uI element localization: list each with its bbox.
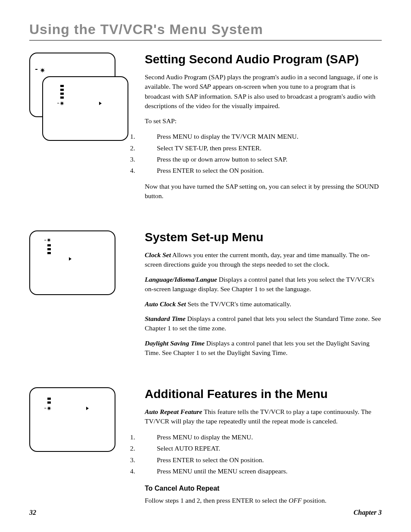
step-1: 1.Press MENU to display the TV/VCR MAIN … — [145, 131, 382, 142]
text: Press ENTER to select the — [157, 167, 229, 174]
term: Clock Set — [145, 251, 171, 258]
text-italic: OFF — [289, 497, 302, 504]
text-italic: MENU — [218, 467, 237, 475]
text: Press MENU to display the — [157, 433, 232, 441]
sap-diagram: ✷ ✷ — [29, 53, 133, 147]
sap-outro: Now that you have turned the SAP setting… — [145, 182, 382, 201]
term: Auto Clock Set — [145, 300, 186, 308]
chapter-label: Chapter 3 — [354, 509, 382, 516]
sys-clock: Clock Set Allows you enter the current m… — [145, 250, 382, 270]
term: Daylight Saving Time — [145, 339, 205, 347]
page-footer: 32 Chapter 3 — [29, 509, 382, 516]
text-italic: SAP — [199, 83, 211, 90]
add-diagram: ✷ — [29, 387, 115, 452]
text-italic: ON — [229, 456, 239, 464]
step-4: 4.Press MENU until the MENU screen disap… — [145, 466, 382, 477]
sys-block: ✷ System Set-up Menu Clock Set Allows yo… — [29, 230, 382, 363]
sap-toset: To set SAP: — [145, 116, 382, 126]
text: Follow steps 1 and 2, then press ENTER t… — [145, 497, 289, 504]
text: Select — [157, 144, 174, 152]
text: Press ENTER to select the — [157, 456, 229, 464]
text-italic: AUTO REPEAT — [174, 445, 218, 452]
text-italic: MENU — [232, 433, 252, 441]
text: position. — [239, 456, 264, 464]
text: . — [251, 433, 253, 441]
page-number: 32 — [29, 509, 36, 516]
text: screen disappears. — [237, 467, 288, 475]
term: Auto Repeat Feature — [145, 408, 202, 415]
text: Press MENU until the — [157, 467, 218, 475]
add-heading: Additional Features in the Menu — [145, 387, 382, 401]
sys-heading: System Set-up Menu — [145, 230, 382, 244]
text-italic: ON — [229, 167, 239, 174]
sys-dst: Daylight Saving Time Displays a control … — [145, 339, 382, 358]
add-steps: 1.Press MENU to display the MENU. 2.Sele… — [145, 432, 382, 477]
text: . — [286, 156, 287, 163]
sys-lang: Language/Idioma/Langue Displays a contro… — [145, 275, 382, 294]
text-italic: SAP — [274, 156, 286, 163]
add-block: ✷ Additional Features in the Menu Auto R… — [29, 387, 382, 511]
text-italic: TV SET-UP — [174, 144, 206, 152]
def: Sets the TV/VCR's time automatically. — [186, 300, 291, 308]
sap-intro: Second Audio Program (SAP) plays the pro… — [145, 72, 382, 111]
text: Press MENU to display the — [157, 133, 231, 140]
sys-std: Standard Time Displays a control panel t… — [145, 314, 382, 333]
term: Standard Time — [145, 315, 186, 322]
text: position. — [239, 167, 264, 174]
step-1: 1.Press MENU to display the MENU. — [145, 432, 382, 443]
text: Press the up or down arrow button to sel… — [157, 156, 274, 163]
step-2: 2.Select AUTO REPEAT. — [145, 443, 382, 454]
text: . — [218, 445, 220, 452]
text: . — [297, 133, 299, 140]
text: position. — [302, 497, 327, 504]
step-2: 2.Select TV SET-UP, then press ENTER. — [145, 143, 382, 154]
step-3: 3.Press the up or down arrow button to s… — [145, 154, 382, 165]
page-content: ✷ ✷ Settin — [29, 53, 382, 511]
screen-front: ✷ — [42, 76, 128, 141]
sap-block: ✷ ✷ Settin — [29, 53, 382, 206]
text-italic: TV/VCR MAIN MENU — [231, 133, 297, 140]
text: Select — [157, 445, 174, 452]
step-4: 4.Press ENTER to select the ON position. — [145, 165, 382, 176]
cancel-heading: To Cancel Auto Repeat — [145, 485, 382, 492]
sys-auto: Auto Clock Set Sets the TV/VCR's time au… — [145, 299, 382, 309]
add-ar: Auto Repeat Feature This feature tells t… — [145, 407, 382, 426]
sap-heading: Setting Second Audio Program (SAP) — [145, 53, 382, 66]
sys-diagram: ✷ — [29, 230, 115, 295]
text: , then press ENTER. — [206, 144, 262, 152]
cancel-text: Follow steps 1 and 2, then press ENTER t… — [145, 496, 382, 505]
def: Allows you enter the current month, day,… — [145, 251, 370, 268]
term: Language/Idioma/Langue — [145, 276, 217, 283]
sap-steps: 1.Press MENU to display the TV/VCR MAIN … — [145, 131, 382, 176]
section-title: Using the TV/VCR's Menu System — [29, 22, 382, 40]
step-3: 3.Press ENTER to select the ON position. — [145, 454, 382, 466]
